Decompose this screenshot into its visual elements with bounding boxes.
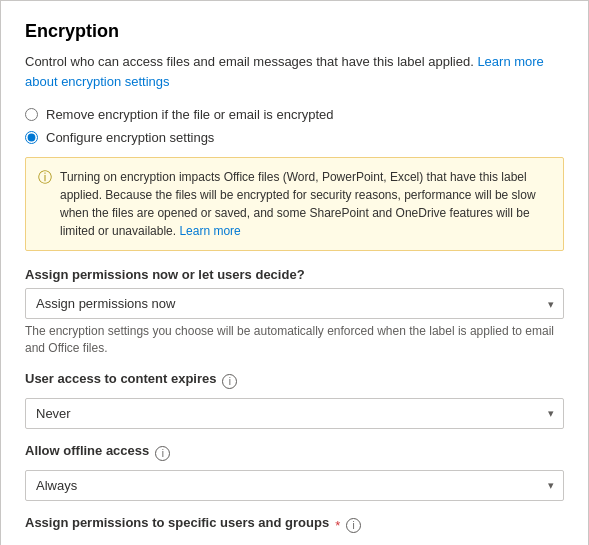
user-access-section: User access to content expires i Never O… [25, 371, 564, 429]
info-box-text: Turning on encryption impacts Office fil… [60, 168, 551, 240]
offline-access-section: Allow offline access i Always Only for a… [25, 443, 564, 501]
offline-access-select[interactable]: Always Only for a number of days Never [25, 470, 564, 501]
assign-permissions-select[interactable]: Assign permissions now Let users assign … [25, 288, 564, 319]
assign-permissions-link[interactable]: Assign permissions [25, 542, 137, 545]
user-access-label: User access to content expires [25, 371, 216, 386]
user-access-select-wrapper: Never On a specific date A number of day… [25, 398, 564, 429]
assign-permissions-section: Assign permissions now or let users deci… [25, 267, 564, 357]
assign-permissions-select-wrapper: Assign permissions now Let users assign … [25, 288, 564, 319]
radio-configure-label: Configure encryption settings [46, 130, 214, 145]
info-warning-box: ⓘ Turning on encryption impacts Office f… [25, 157, 564, 251]
user-access-label-row: User access to content expires i [25, 371, 564, 392]
assign-specific-info-icon[interactable]: i [346, 518, 361, 533]
required-star: * [335, 518, 340, 533]
offline-access-label: Allow offline access [25, 443, 149, 458]
warning-icon: ⓘ [38, 169, 52, 187]
info-learn-more-link[interactable]: Learn more [179, 224, 240, 238]
encryption-dialog: Encryption Control who can access files … [0, 0, 589, 545]
radio-remove-label: Remove encryption if the file or email i… [46, 107, 334, 122]
assign-specific-section: Assign permissions to specific users and… [25, 515, 564, 545]
encryption-radio-group: Remove encryption if the file or email i… [25, 107, 564, 145]
user-access-select[interactable]: Never On a specific date A number of day… [25, 398, 564, 429]
offline-access-select-wrapper: Always Only for a number of days Never ▾ [25, 470, 564, 501]
assign-permissions-label: Assign permissions now or let users deci… [25, 267, 564, 282]
radio-remove-input[interactable] [25, 108, 38, 121]
page-title: Encryption [25, 21, 564, 42]
radio-configure-encryption[interactable]: Configure encryption settings [25, 130, 564, 145]
assign-specific-label: Assign permissions to specific users and… [25, 515, 329, 530]
assign-permissions-desc: The encryption settings you choose will … [25, 323, 564, 357]
radio-remove-encryption[interactable]: Remove encryption if the file or email i… [25, 107, 564, 122]
radio-configure-input[interactable] [25, 131, 38, 144]
dialog-content: Encryption Control who can access files … [1, 1, 588, 545]
assign-specific-label-row: Assign permissions to specific users and… [25, 515, 564, 536]
offline-access-info-icon[interactable]: i [155, 446, 170, 461]
description-text: Control who can access files and email m… [25, 52, 564, 91]
offline-access-label-row: Allow offline access i [25, 443, 564, 464]
user-access-info-icon[interactable]: i [222, 374, 237, 389]
